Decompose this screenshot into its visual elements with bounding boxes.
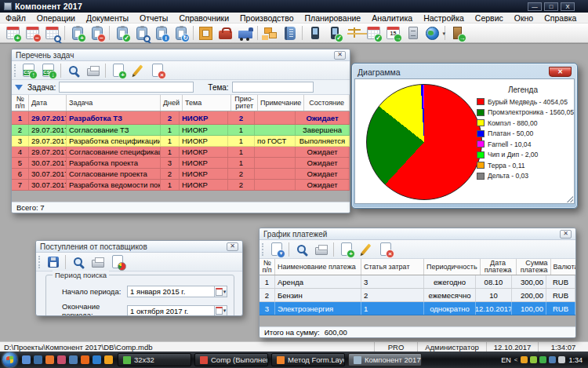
notebook-icon[interactable] (280, 24, 299, 42)
calendar-remove-icon[interactable]: − (23, 24, 42, 42)
language-indicator[interactable]: EN (501, 356, 511, 364)
preview-icon[interactable] (68, 253, 88, 271)
toolbar-grip[interactable] (14, 64, 16, 77)
table-row[interactable]: 329.07.2017Разработка спецификации1НИОКР… (12, 136, 350, 147)
task-complete-icon[interactable]: ✓ (112, 24, 132, 42)
menu-documents[interactable]: Документы (81, 13, 134, 24)
quicklaunch-firefox-icon[interactable] (81, 355, 89, 364)
column-header[interactable]: Валюта (551, 259, 576, 275)
import-csv-icon[interactable]: ↓ (38, 61, 58, 79)
menu-analytics[interactable]: Аналитика (366, 13, 418, 24)
chart-report-icon[interactable] (107, 253, 127, 271)
close-icon[interactable] (227, 242, 238, 251)
quicklaunch-paint-icon[interactable] (57, 355, 66, 364)
toolbar-grip[interactable] (262, 243, 264, 256)
task-remove-icon[interactable]: − (87, 24, 107, 42)
table-row[interactable]: 530.07.2017Разработка проекта3НИОКР1Ожид… (12, 158, 350, 169)
menu-reports[interactable]: Отчеты (134, 13, 173, 24)
tasks-window-titlebar[interactable]: Перечень задач (12, 49, 350, 61)
column-header[interactable]: Дней (161, 95, 183, 111)
table-row[interactable]: 229.07.2017Согласование ТЗ1НИОКР1Заверше… (12, 125, 350, 136)
quicklaunch-ie-icon[interactable] (93, 355, 101, 364)
column-header[interactable]: Статья затрат (361, 259, 424, 275)
menu-operations[interactable]: Операции (31, 13, 81, 24)
start-date-field[interactable]: 1 января 2015 г. (127, 286, 215, 297)
close-button[interactable]: X (561, 2, 575, 11)
menu-file[interactable]: Файл (0, 13, 31, 24)
minimize-button[interactable]: — (528, 2, 542, 11)
table-row[interactable]: 630.07.2017Согласование проекта2НИОКР2Ож… (12, 169, 350, 180)
print-icon[interactable] (311, 240, 331, 258)
taskbar-clock[interactable]: 1:34 (568, 356, 583, 364)
tray-update-icon[interactable] (530, 356, 537, 363)
component-frame-icon[interactable] (196, 24, 216, 42)
quicklaunch-media-player-icon[interactable] (45, 355, 54, 364)
table-row[interactable]: 2Бензин2ежемесячно10200,00RUB (260, 289, 575, 302)
calendar-add-icon[interactable]: + (3, 24, 23, 42)
exit-icon[interactable]: → (448, 24, 467, 42)
task-refresh-icon[interactable]: ↻ (171, 24, 191, 42)
menu-planning[interactable]: Планирование (299, 13, 366, 24)
phone-icon[interactable] (305, 24, 325, 42)
tray-alert-icon[interactable] (521, 356, 528, 363)
table-row[interactable]: 730.07.2017Разработка ведомости покупных… (12, 180, 350, 191)
quicklaunch-switch-windows-icon[interactable] (34, 355, 42, 364)
chart-window-titlebar[interactable]: Диаграмма (354, 65, 575, 78)
tray-volume-icon[interactable] (558, 356, 565, 363)
plan-calendar-icon[interactable]: ✓ (364, 24, 383, 42)
menu-service[interactable]: Сервис (470, 13, 509, 24)
delete-payment-icon[interactable]: × (376, 240, 395, 258)
payments-window-titlebar[interactable]: График платежей (260, 228, 575, 240)
toolbox-icon[interactable] (216, 24, 235, 42)
column-header[interactable]: Дата платежа (481, 259, 517, 275)
receipts-window-titlebar[interactable]: Поступления от поставщиков (36, 241, 242, 253)
toolbar-grip[interactable] (38, 256, 41, 268)
column-header[interactable]: Тема (183, 95, 231, 111)
column-header[interactable]: Наименование платежа (275, 259, 361, 275)
task-history-icon[interactable]: i (151, 24, 171, 42)
task-filter-input[interactable] (59, 82, 194, 93)
end-date-field[interactable]: 1 октября 2017 г. (127, 305, 215, 317)
close-icon[interactable] (549, 67, 572, 77)
calendar-15-icon[interactable]: → (383, 24, 403, 42)
column-header[interactable]: Дата (29, 95, 67, 111)
add-payment-icon[interactable]: + (336, 240, 356, 258)
resize-grip[interactable] (567, 196, 573, 202)
structure-tree-icon[interactable] (260, 24, 280, 42)
quicklaunch-browser-icon[interactable] (104, 355, 113, 364)
print-icon[interactable] (88, 253, 107, 271)
start-date-picker-button[interactable]: ▾ (215, 286, 227, 297)
column-header[interactable]: № п/п (12, 95, 29, 111)
column-header[interactable]: Периодичность (424, 259, 481, 275)
menu-window[interactable]: Окно (509, 13, 539, 24)
add-record-icon[interactable]: + (108, 61, 128, 79)
tray-network-icon[interactable] (549, 356, 556, 363)
phone-confirm-icon[interactable]: ✓ (325, 24, 344, 42)
filter-report-icon[interactable]: ▼ (267, 240, 286, 258)
column-header[interactable]: Примечание (258, 95, 304, 111)
export-csv-icon[interactable]: ↑ (19, 61, 38, 79)
start-button[interactable] (2, 352, 17, 367)
task-search-icon[interactable] (132, 24, 151, 42)
quicklaunch-show-desktop-icon[interactable] (22, 355, 31, 364)
preview-icon[interactable] (292, 240, 311, 258)
table-row[interactable]: 1Аренда3ежегодно08.10300,00RUB (260, 275, 575, 289)
column-header[interactable]: Сумма платежа (517, 259, 551, 275)
close-icon[interactable] (560, 230, 572, 239)
menu-production[interactable]: Производство (234, 13, 299, 24)
taskbar-button-metod[interactable]: Метод Form.Layout... (271, 353, 345, 366)
quicklaunch-computer-icon[interactable] (69, 355, 78, 364)
menu-references[interactable]: Справочники (173, 13, 234, 24)
taskbar-button-comp[interactable]: Comp (Выполнени... (194, 353, 268, 366)
restore-button[interactable]: □ (544, 2, 558, 11)
column-header[interactable]: Прио- ритет (231, 95, 258, 111)
menu-settings[interactable]: Настройка (418, 13, 470, 24)
close-icon[interactable] (334, 51, 346, 60)
column-header[interactable]: № п/п (260, 259, 275, 275)
column-header[interactable]: Состояние (304, 95, 350, 111)
truck-icon[interactable] (235, 24, 255, 42)
print-icon[interactable] (83, 61, 103, 79)
task-add-icon[interactable]: + (67, 24, 87, 42)
calendar-search-icon[interactable] (42, 24, 62, 42)
taskbar-button-komponent[interactable]: Компонент 2017 (348, 353, 422, 366)
